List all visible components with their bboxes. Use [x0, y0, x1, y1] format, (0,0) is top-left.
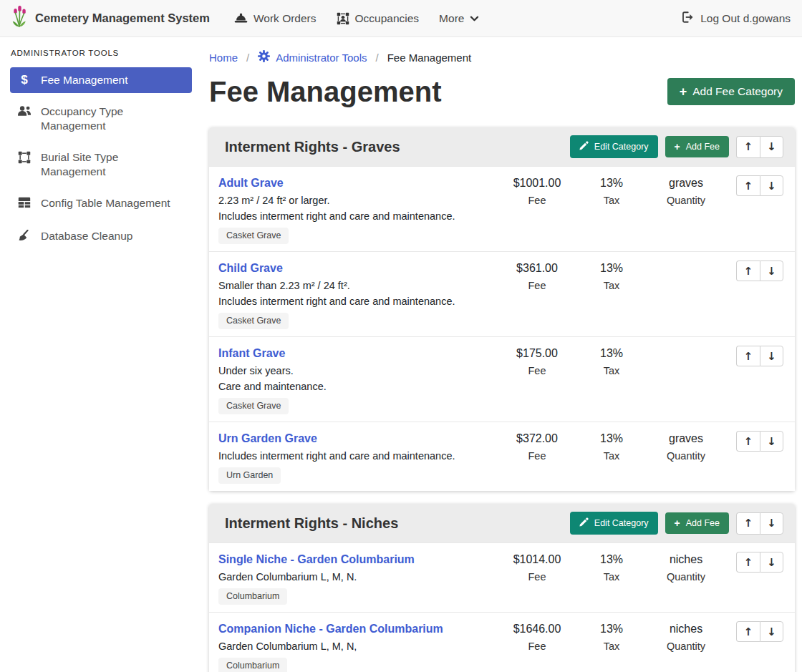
move-fee-down-button[interactable]: ↓ — [760, 431, 783, 452]
fee-amount-value: $1646.00 — [500, 621, 574, 636]
breadcrumb: Home / Administrator Tools — [209, 47, 795, 64]
top-navbar: Cemetery Management System Work Orders — [0, 0, 802, 37]
fee-category-card: Interment Rights - Graves Edit Category … — [209, 127, 795, 491]
fee-amount-stat: $1014.00 Fee — [500, 552, 574, 585]
sidebar-item-database-cleanup[interactable]: Database Cleanup — [10, 223, 192, 251]
fee-amount-label: Fee — [500, 363, 574, 379]
move-fee-up-button[interactable]: ↑ — [736, 260, 760, 281]
move-fee-up-button[interactable]: ↑ — [736, 175, 760, 196]
fee-tax-label: Tax — [574, 193, 649, 208]
move-fee-down-button[interactable]: ↓ — [760, 346, 783, 366]
fee-type-badge: Columbarium — [218, 588, 287, 605]
fee-tax-stat: 13% Tax — [574, 621, 649, 654]
sidebar-heading: ADMINISTRATOR TOOLS — [11, 49, 192, 57]
nav-work-orders-label: Work Orders — [253, 12, 317, 25]
sidebar: ADMINISTRATOR TOOLS $ Fee Management Occ… — [0, 37, 200, 264]
move-category-down-button[interactable]: ↓ — [760, 512, 783, 535]
fee-main: Child Grave Smaller than 2.23 m² / 24 ft… — [218, 260, 500, 329]
fee-quantity-stat: niches Quantity — [649, 621, 723, 654]
move-fee-down-button[interactable]: ↓ — [760, 621, 783, 642]
fee-tax-value: 13% — [574, 552, 649, 567]
fee-tax-value: 13% — [574, 346, 649, 361]
fee-desc-1: Under six years. — [218, 363, 494, 379]
fee-amount-stat: $175.00 Fee — [500, 346, 574, 379]
fee-amount-stat: $1646.00 Fee — [500, 621, 574, 654]
add-fee-button[interactable]: + Add Fee — [665, 136, 729, 157]
fee-amount-label: Fee — [500, 193, 574, 208]
chevron-down-icon — [470, 15, 479, 22]
logout-label: Log Out d.gowans — [700, 12, 791, 25]
app-title: Cemetery Management System — [35, 11, 210, 25]
nav-more[interactable]: More — [429, 6, 489, 31]
fee-amount-label: Fee — [500, 638, 574, 654]
breadcrumb-home-link[interactable]: Home — [209, 52, 238, 64]
fee-desc-2: Includes interment right and care and ma… — [218, 293, 494, 309]
fee-name-link[interactable]: Single Niche - Garden Columbarium — [218, 552, 415, 567]
category-reorder-buttons: ↑ ↓ — [736, 512, 783, 535]
category-title: Interment Rights - Graves — [225, 139, 570, 155]
app-brand[interactable]: Cemetery Management System — [11, 6, 210, 31]
fee-desc-1: Includes interment right and care and ma… — [218, 448, 494, 464]
fee-amount-label: Fee — [500, 448, 574, 464]
add-fee-label: Add Fee — [686, 142, 720, 152]
fee-row: Infant Grave Under six years. Care and m… — [209, 336, 795, 422]
fee-tax-stat: 13% Tax — [574, 260, 649, 293]
fee-type-badge: Columbarium — [218, 658, 287, 672]
add-fee-category-label: Add Fee Category — [692, 85, 783, 98]
fee-name-link[interactable]: Child Grave — [218, 260, 283, 276]
fee-quantity-label: Quantity — [649, 569, 723, 585]
category-body: Adult Grave 2.23 m² / 24 ft² or larger. … — [209, 166, 795, 491]
add-fee-category-button[interactable]: + Add Fee Category — [667, 78, 795, 105]
fee-tax-label: Tax — [574, 569, 649, 585]
category-title: Interment Rights - Niches — [225, 515, 570, 532]
breadcrumb-admin-tools-link[interactable]: Administrator Tools — [258, 50, 367, 64]
fee-amount-value: $175.00 — [500, 346, 574, 361]
nav-more-label: More — [439, 12, 464, 25]
sidebar-item-burial-site-type-management[interactable]: Burial Site Type Management — [10, 145, 192, 185]
fee-main: Single Niche - Garden Columbarium Garden… — [218, 552, 500, 605]
nav-occupancies[interactable]: Occupancies — [327, 6, 430, 31]
category-header: Interment Rights - Graves Edit Category … — [209, 127, 795, 166]
plus-icon: + — [675, 520, 680, 527]
move-fee-up-button[interactable]: ↑ — [736, 346, 760, 366]
fee-tax-value: 13% — [574, 431, 649, 446]
fee-amount-stat: $361.00 Fee — [500, 260, 574, 293]
move-fee-down-button[interactable]: ↓ — [760, 260, 783, 281]
fee-name-link[interactable]: Infant Grave — [218, 346, 285, 361]
gear-icon — [258, 50, 270, 64]
fee-quantity-label: Quantity — [649, 193, 723, 208]
fee-name-link[interactable]: Companion Niche - Garden Columbarium — [218, 621, 443, 636]
fee-amount-label: Fee — [500, 278, 574, 293]
fee-quantity-label: Quantity — [649, 448, 723, 464]
fee-name-link[interactable]: Urn Garden Grave — [218, 431, 317, 446]
dollar-icon: $ — [17, 74, 32, 87]
sidebar-item-occupancy-type-management[interactable]: Occupancy Type Management — [10, 99, 192, 139]
fee-amount-stat: $372.00 Fee — [500, 431, 574, 464]
sidebar-item-fee-management[interactable]: $ Fee Management — [10, 67, 192, 93]
move-fee-up-button[interactable]: ↑ — [736, 431, 760, 452]
move-fee-up-button[interactable]: ↑ — [736, 621, 760, 642]
fee-reorder-buttons: ↑ ↓ — [728, 260, 783, 281]
edit-category-button[interactable]: Edit Category — [570, 135, 658, 158]
move-category-up-button[interactable]: ↑ — [736, 136, 760, 158]
sidebar-item-config-table-management[interactable]: Config Table Management — [10, 190, 192, 218]
move-fee-down-button[interactable]: ↓ — [760, 175, 783, 196]
occupant-frame-icon — [337, 12, 349, 25]
fee-tax-value: 13% — [574, 260, 649, 276]
move-category-down-button[interactable]: ↓ — [760, 136, 783, 158]
add-fee-button[interactable]: + Add Fee — [665, 512, 729, 534]
fee-name-link[interactable]: Adult Grave — [218, 175, 284, 190]
move-fee-down-button[interactable]: ↓ — [760, 552, 783, 573]
fee-reorder-buttons: ↑ ↓ — [728, 431, 783, 452]
fee-tax-label: Tax — [574, 448, 649, 464]
logout-link[interactable]: Log Out d.gowans — [681, 11, 791, 26]
edit-category-button[interactable]: Edit Category — [570, 512, 658, 535]
sidebar-item-label: Occupancy Type Management — [41, 104, 174, 133]
fee-amount-label: Fee — [500, 569, 574, 585]
fee-type-badge: Casket Grave — [218, 398, 289, 414]
fee-desc-1: Garden Columbarium L, M, N. — [218, 569, 494, 585]
move-fee-up-button[interactable]: ↑ — [736, 552, 760, 573]
plus-icon: + — [680, 87, 687, 97]
move-category-up-button[interactable]: ↑ — [736, 512, 760, 535]
nav-work-orders[interactable]: Work Orders — [224, 6, 327, 31]
